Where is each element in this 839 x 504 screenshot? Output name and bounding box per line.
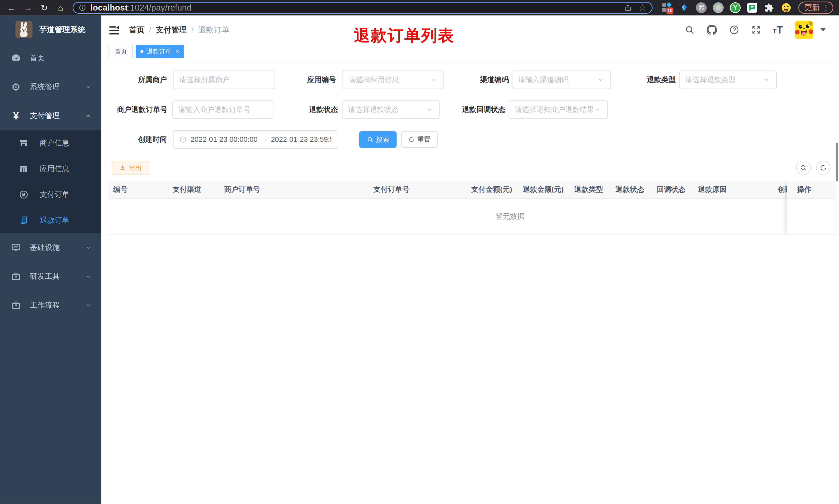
filter-label-merchant-refund-no: 商户退款订单号 (101, 101, 167, 119)
sidebar-item-label: 系统管理 (30, 82, 60, 92)
placeholder: 请输入渠道编码 (518, 75, 597, 85)
dashboard-icon (10, 53, 22, 64)
chat-extension-icon[interactable] (747, 2, 757, 13)
placeholder: 请选择退款状态 (348, 105, 426, 114)
sidebar-item-label: 支付管理 (30, 111, 60, 121)
refund-type-select[interactable]: 请选择退款类型 (679, 71, 777, 89)
site-info-icon[interactable] (78, 4, 86, 12)
reset-button-label: 重置 (417, 135, 431, 144)
address-bar[interactable]: localhost:1024/pay/refund ☆ (73, 2, 653, 14)
recorder-extension-icon[interactable] (713, 2, 724, 13)
browser-back-icon[interactable]: ← (6, 0, 18, 15)
callback-status-select[interactable]: 请选择通知商户退款结果的 (508, 101, 608, 119)
emoji-extension-icon[interactable] (781, 2, 792, 13)
app-no-select[interactable]: 请选择应用信息 (342, 71, 444, 89)
export-button-label: 导出 (128, 163, 142, 173)
reset-button[interactable]: 重置 (401, 131, 438, 148)
sidebar-item-refund-order[interactable]: 退款订单 (0, 208, 101, 233)
browser-reload-icon[interactable]: ↻ (38, 0, 50, 15)
export-button[interactable]: 导出 (112, 161, 149, 175)
bookmark-star-icon[interactable]: ☆ (638, 3, 647, 12)
extension-square-icon (662, 8, 666, 12)
y-extension-icon[interactable]: Y (730, 2, 740, 13)
page-content: 所属商户 请选择所属商户 应用编号 请选择应用信息 渠道编码 请输入渠道编码 退… (101, 62, 839, 504)
gear-icon: ⚙ (10, 82, 22, 93)
avatar-caret-icon[interactable] (820, 28, 826, 31)
shop-icon (19, 138, 29, 148)
search-button[interactable]: 搜索 (359, 131, 397, 148)
sidebar-item-pay-order[interactable]: ¥ 支付订单 (0, 182, 101, 208)
active-tab-dot-icon (140, 50, 143, 53)
sidebar-logo[interactable]: 芋道管理系统 (0, 15, 101, 44)
breadcrumb-home[interactable]: 首页 (129, 25, 144, 35)
sidebar-item-system[interactable]: ⚙ 系统管理 (0, 73, 101, 102)
sidebar-item-app-info[interactable]: 应用信息 (0, 156, 101, 182)
breadcrumb-payment[interactable]: 支付管理 (156, 25, 187, 35)
close-tab-icon[interactable]: × (175, 48, 179, 55)
chevron-down-icon (594, 106, 602, 113)
search-icon[interactable] (685, 25, 695, 35)
url-text[interactable]: localhost:1024/pay/refund (90, 3, 192, 13)
merchant-refund-no-input[interactable]: 请输入商户退款订单号 (172, 101, 273, 119)
sidebar-item-home[interactable]: 首页 (0, 44, 101, 73)
filter-label-refund-type: 退款类型 (619, 71, 676, 89)
extension-badge-icon[interactable]: 10 (662, 2, 673, 13)
avatar[interactable] (795, 21, 813, 39)
extension-badge-count: 10 (666, 7, 674, 14)
app-shell: 芋道管理系统 首页 ⚙ 系统管理 ¥ 支付管理 (0, 15, 839, 504)
sidebar-item-payment[interactable]: ¥ 支付管理 (0, 102, 101, 130)
chevron-down-icon (426, 106, 433, 113)
tab-home[interactable]: 首页 (109, 45, 132, 58)
tab-refund-order[interactable]: 退款订单 × (136, 45, 184, 58)
column-header-refund-status: 退款状态 (610, 181, 651, 198)
chevron-down-icon (85, 84, 92, 91)
browser-update-button[interactable]: 更新 ⋮ (798, 2, 833, 14)
sidebar-item-merchant-info[interactable]: 商户信息 (0, 130, 101, 156)
share-icon[interactable] (624, 4, 632, 12)
sidebar-item-workflow[interactable]: 工作流程 (0, 291, 101, 320)
navbar-actions: TT (685, 21, 826, 39)
browser-forward-icon[interactable]: → (22, 0, 34, 15)
show-search-toggle-button[interactable] (796, 161, 811, 175)
sidebar-item-label: 退款订单 (40, 215, 70, 226)
sidebar-collapse-icon[interactable] (108, 25, 120, 35)
fullscreen-icon[interactable] (751, 25, 761, 35)
help-icon[interactable] (729, 25, 739, 35)
grid-icon (19, 164, 29, 174)
rabbit-logo-image (15, 21, 33, 38)
browser-home-icon[interactable]: ⌂ (55, 0, 67, 15)
kite-extension-icon[interactable] (679, 2, 690, 13)
tags-view-bar: 首页 退款订单 × (101, 44, 839, 62)
sidebar-item-infra[interactable]: 基础设施 (0, 233, 101, 262)
chevron-down-icon (85, 273, 92, 280)
refund-status-select[interactable]: 请选择退款状态 (342, 101, 440, 119)
extensions-row: 10 ⌘ Y (662, 2, 792, 13)
merchant-input[interactable]: 请选择所属商户 (173, 71, 275, 89)
column-header-refund-amount: 退款金额(元) (518, 181, 569, 198)
range-separator: - (262, 136, 271, 144)
font-size-icon[interactable]: TT (773, 25, 783, 34)
empty-data-text: 暂无数据 (108, 199, 836, 234)
sidebar-item-dev-tools[interactable]: 研发工具 (0, 262, 101, 291)
yen-icon: ¥ (10, 110, 22, 122)
refund-doc-icon (19, 215, 29, 226)
filter-label-create-time: 创建时间 (101, 130, 167, 149)
filter-label-refund-status: 退款状态 (281, 101, 338, 119)
command-extension-icon[interactable]: ⌘ (696, 2, 707, 13)
column-header-pay-amount: 支付金额(元) (466, 181, 518, 198)
table-body: 暂无数据 (108, 199, 836, 234)
page-scrollbar-thumb[interactable] (836, 143, 838, 181)
payment-submenu: 商户信息 应用信息 ¥ 支付订单 退款订单 (0, 130, 101, 233)
refresh-table-button[interactable] (816, 161, 831, 175)
puzzle-extensions-icon[interactable] (764, 2, 774, 13)
browser-menu-dots-icon[interactable]: ⋮ (822, 3, 829, 12)
sidebar-item-label: 研发工具 (30, 271, 60, 282)
create-time-range-picker[interactable]: 2022-01-23 00:00:00 - 2022-01-23 23:59:5… (173, 130, 337, 149)
channel-code-select[interactable]: 请输入渠道编码 (512, 71, 611, 89)
column-header-refund-type: 退款类型 (569, 181, 610, 198)
font-size-big-glyph: T (777, 25, 783, 34)
chevron-down-icon (85, 244, 92, 251)
github-icon[interactable] (707, 24, 717, 35)
range-end-value: 2022-01-23 23:59:59 (271, 136, 331, 144)
main-panel: 首页 / 支付管理 / 退款订单 退款订单列表 (101, 15, 839, 504)
